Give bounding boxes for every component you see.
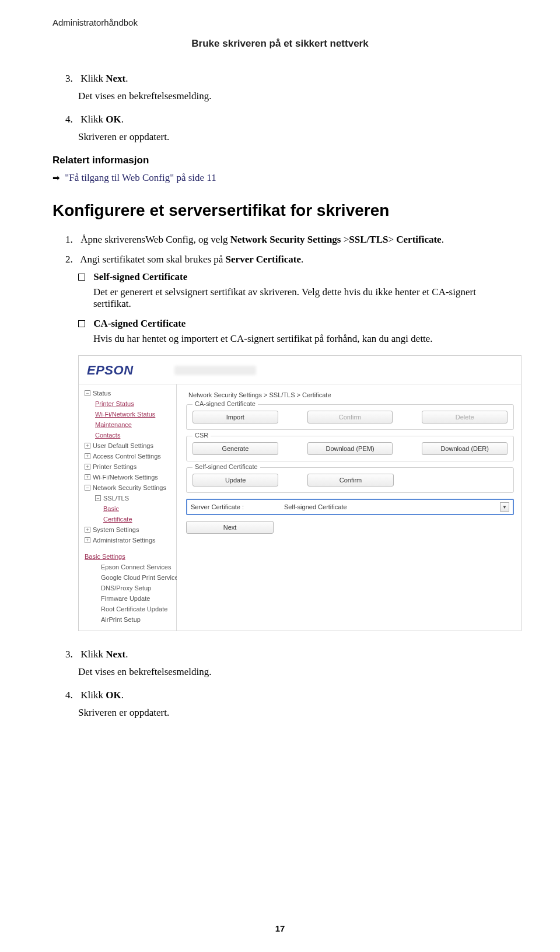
step2-2-b: Server Certificate bbox=[226, 254, 301, 265]
expand-icon[interactable]: + bbox=[85, 474, 90, 480]
step3-4-post: . bbox=[121, 690, 124, 701]
sidebar-user-default-settings[interactable]: +User Default Settings bbox=[79, 440, 176, 451]
section-heading: Konfigurere et serversertifikat for skri… bbox=[52, 201, 508, 220]
step2-1-a: Åpne skriverensWeb Config, og velg bbox=[80, 234, 230, 245]
sidebar-dns-proxy[interactable]: DNS/Proxy Setup bbox=[79, 583, 176, 593]
step3-4-pre: Klikk bbox=[80, 690, 106, 701]
select-value: Self-signed Certificate bbox=[284, 503, 500, 510]
sidebar: −Status Printer Status Wi-Fi/Network Sta… bbox=[79, 384, 177, 631]
sidebar-printer-status[interactable]: Printer Status bbox=[79, 398, 176, 409]
ca-signed-group: CA-signed Certificate Import Confirm Del… bbox=[186, 404, 514, 430]
sidebar-contacts[interactable]: Contacts bbox=[79, 430, 176, 440]
server-certificate-select[interactable]: Server Certificate : Self-signed Certifi… bbox=[186, 499, 514, 515]
epson-logo: EPSON bbox=[87, 363, 134, 378]
generate-button[interactable]: Generate bbox=[192, 442, 278, 455]
sidebar-status[interactable]: −Status bbox=[79, 388, 176, 398]
bullet-1-text: Det er generert et selvsignert sertifika… bbox=[93, 286, 508, 310]
step2-2: 2. Angi sertifikatet som skal brukes på … bbox=[65, 254, 508, 265]
csr-label: CSR bbox=[192, 432, 211, 439]
step-4-pre: Klikk bbox=[80, 114, 106, 125]
sidebar-network-security-settings[interactable]: −Network Security Settings bbox=[79, 482, 176, 493]
sidebar-firmware-update[interactable]: Firmware Update bbox=[79, 593, 176, 604]
confirm-button[interactable]: Confirm bbox=[307, 411, 393, 424]
sidebar-wifi-status[interactable]: Wi-Fi/Network Status bbox=[79, 409, 176, 419]
sidebar-system-settings[interactable]: +System Settings bbox=[79, 524, 176, 535]
sidebar-certificate[interactable]: Certificate bbox=[79, 514, 176, 524]
step3-4-sub: Skriveren er oppdatert. bbox=[78, 707, 508, 719]
step-3-sub: Det vises en bekreftelsesmelding. bbox=[78, 90, 508, 102]
step-3: 3. Klikk Next. bbox=[65, 73, 508, 85]
delete-button[interactable]: Delete bbox=[422, 411, 508, 424]
main-panel: Network Security Settings > SSL/TLS > Ce… bbox=[177, 384, 521, 631]
step3-4-number: 4. bbox=[65, 690, 78, 701]
step3-3-number: 3. bbox=[65, 649, 78, 660]
sidebar-root-cert-update[interactable]: Root Certificate Update bbox=[79, 604, 176, 614]
step-3-number: 3. bbox=[65, 73, 78, 85]
sidebar-ss-label: System Settings bbox=[93, 526, 139, 533]
square-bullet-icon bbox=[78, 274, 85, 281]
square-bullet-icon bbox=[78, 320, 85, 327]
sidebar-epson-connect[interactable]: Epson Connect Services bbox=[79, 562, 176, 572]
sidebar-basic[interactable]: Basic bbox=[79, 503, 176, 514]
webconfig-window: EPSON −Status Printer Status Wi-Fi/Netwo… bbox=[78, 355, 522, 631]
expand-icon[interactable]: + bbox=[85, 537, 90, 543]
step-4-sub: Skriveren er oppdatert. bbox=[78, 131, 508, 143]
sidebar-uds-label: User Default Settings bbox=[93, 442, 153, 449]
step3-3-post: . bbox=[125, 649, 128, 660]
sidebar-basic-settings[interactable]: Basic Settings bbox=[79, 551, 176, 562]
step-4-bold: OK bbox=[106, 114, 121, 125]
download-pem-button[interactable]: Download (PEM) bbox=[307, 442, 393, 455]
expand-icon[interactable]: + bbox=[85, 443, 90, 449]
collapse-icon[interactable]: − bbox=[85, 390, 90, 396]
import-button[interactable]: Import bbox=[192, 411, 278, 424]
document-title: Administratorhåndbok bbox=[52, 18, 508, 27]
expand-icon[interactable]: + bbox=[85, 527, 90, 533]
self-signed-label: Self-signed Certificate bbox=[192, 463, 260, 470]
expand-icon[interactable]: + bbox=[85, 453, 90, 459]
bullet-1-title: Self-signed Certificate bbox=[93, 271, 187, 282]
step2-1-f: Certificate bbox=[396, 234, 441, 245]
page-number: 17 bbox=[0, 923, 560, 933]
breadcrumb: Network Security Settings > SSL/TLS > Ce… bbox=[188, 391, 514, 398]
sidebar-google-cloud-print[interactable]: Google Cloud Print Services bbox=[79, 572, 176, 583]
sidebar-maintenance[interactable]: Maintenance bbox=[79, 419, 176, 430]
sidebar-status-label: Status bbox=[93, 390, 111, 397]
step3-3-sub: Det vises en bekreftelsesmelding. bbox=[78, 666, 508, 678]
step2-1: 1. Åpne skriverensWeb Config, og velg Ne… bbox=[65, 234, 508, 246]
step3-4-bold: OK bbox=[106, 690, 121, 701]
collapse-icon[interactable]: − bbox=[95, 495, 101, 501]
arrow-icon: ➡ bbox=[52, 173, 60, 183]
select-label: Server Certificate : bbox=[191, 503, 284, 510]
step2-1-b: Network Security Settings bbox=[230, 234, 341, 245]
bullet-2: CA-signed Certificate bbox=[78, 318, 508, 330]
step2-1-g: . bbox=[442, 234, 444, 245]
step3-3-pre: Klikk bbox=[80, 649, 106, 660]
sidebar-access-control-settings[interactable]: +Access Control Settings bbox=[79, 451, 176, 461]
step-4: 4. Klikk OK. bbox=[65, 114, 508, 125]
update-button[interactable]: Update bbox=[192, 474, 278, 487]
next-button[interactable]: Next bbox=[186, 521, 274, 534]
download-der-button[interactable]: Download (DER) bbox=[422, 442, 508, 455]
chapter-title: Bruke skriveren på et sikkert nettverk bbox=[52, 38, 508, 50]
csr-group: CSR Generate Download (PEM) Download (DE… bbox=[186, 436, 514, 461]
chevron-down-icon[interactable]: ▼ bbox=[500, 502, 509, 512]
sidebar-ps-label: Printer Settings bbox=[93, 463, 136, 470]
expand-icon[interactable]: + bbox=[85, 464, 90, 470]
step-3-pre: Klikk bbox=[80, 73, 106, 84]
sidebar-administrator-settings[interactable]: +Administrator Settings bbox=[79, 535, 176, 545]
page-container: Administratorhåndbok Bruke skriveren på … bbox=[0, 0, 560, 719]
sidebar-as-label: Administrator Settings bbox=[93, 537, 156, 544]
sidebar-ssltls[interactable]: −SSL/TLS bbox=[79, 493, 176, 503]
webconfig-header: EPSON bbox=[79, 356, 521, 384]
sidebar-ssltls-label: SSL/TLS bbox=[103, 495, 129, 502]
sidebar-wifi-network-settings[interactable]: +Wi-Fi/Network Settings bbox=[79, 472, 176, 482]
step3-4: 4. Klikk OK. bbox=[65, 690, 508, 701]
self-signed-group: Self-signed Certificate Update Confirm bbox=[186, 467, 514, 493]
bullet-2-title: CA-signed Certificate bbox=[93, 318, 186, 329]
confirm2-button[interactable]: Confirm bbox=[307, 474, 393, 487]
collapse-icon[interactable]: − bbox=[85, 485, 90, 491]
sidebar-printer-settings[interactable]: +Printer Settings bbox=[79, 461, 176, 472]
sidebar-airprint-setup[interactable]: AirPrint Setup bbox=[79, 614, 176, 625]
related-link[interactable]: "Få tilgang til Web Config" på side 11 bbox=[65, 172, 216, 183]
step-3-bold: Next bbox=[106, 73, 125, 84]
